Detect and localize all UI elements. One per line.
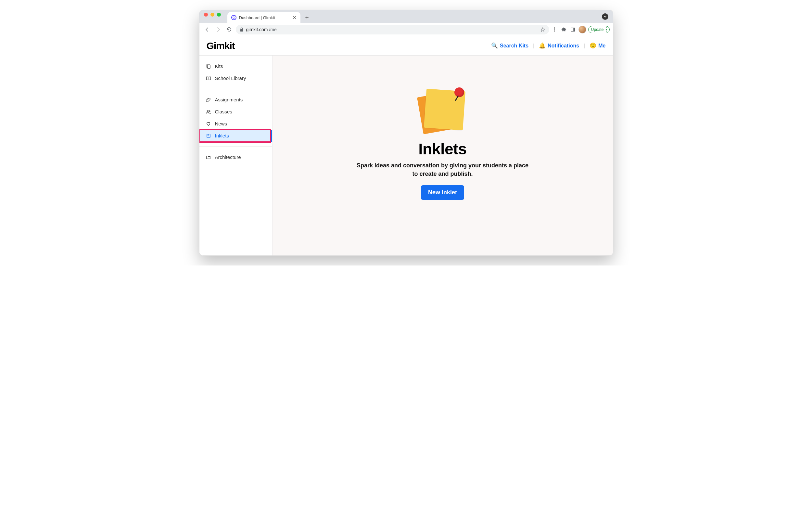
close-tab-button[interactable]: ✕ (293, 15, 297, 20)
url-bar: gimkit.com/me Update (200, 23, 613, 36)
sidebar-item-kits[interactable]: Kits (200, 60, 272, 72)
sidebar-item-label: Inklets (215, 133, 229, 138)
minimize-window-button[interactable] (211, 13, 214, 17)
panel-icon[interactable] (569, 27, 576, 32)
gimkit-favicon: G (231, 15, 236, 20)
app-header: Gimkit 🔍 Search Kits | 🔔 Notifications |… (200, 36, 613, 55)
svg-rect-0 (240, 29, 243, 31)
sidebar-item-classes[interactable]: Classes (200, 106, 272, 118)
search-kits-link[interactable]: 🔍 Search Kits (491, 42, 528, 49)
browser-tab[interactable]: G Dashboard | Gimkit ✕ (227, 12, 300, 23)
svg-rect-4 (208, 65, 210, 68)
sidebar: Kits School Library Assignments (200, 55, 273, 256)
sidebar-item-label: Assignments (215, 97, 243, 102)
sticky-note-illustration (417, 88, 469, 134)
search-icon: 🔍 (491, 42, 498, 49)
heart-icon (206, 122, 211, 126)
maximize-window-button[interactable] (217, 13, 221, 17)
folder-icon (206, 155, 211, 159)
inklet-icon (206, 134, 211, 138)
gimkit-logo[interactable]: Gimkit (207, 40, 235, 51)
back-button[interactable] (203, 25, 212, 34)
address-bar[interactable]: gimkit.com/me (236, 25, 549, 34)
tab-search-button[interactable] (602, 13, 608, 20)
sidebar-item-school-library[interactable]: School Library (200, 72, 272, 84)
page-subtitle: Spark ideas and conversation by giving y… (355, 161, 530, 178)
update-label: Update (591, 27, 604, 32)
sidebar-item-architecture[interactable]: Architecture (200, 151, 272, 163)
sidebar-item-label: News (215, 121, 227, 126)
window-controls (204, 10, 221, 23)
clip-icon (206, 97, 211, 102)
sidebar-group-3: Architecture (200, 149, 272, 165)
svg-point-6 (209, 111, 210, 112)
lock-icon (240, 27, 244, 32)
bookmark-star-icon[interactable] (540, 27, 545, 32)
main-content: Inklets Spark ideas and conversation by … (273, 55, 613, 256)
url-path: /me (269, 27, 276, 32)
sidebar-item-label: School Library (215, 75, 246, 81)
tab-title: Dashboard | Gimkit (239, 15, 275, 20)
sidebar-item-label: Classes (215, 109, 232, 114)
pushpin-icon (455, 88, 464, 97)
kits-icon (206, 64, 211, 68)
new-inklet-button[interactable]: New Inklet (421, 185, 464, 200)
separator: | (584, 43, 585, 49)
sidebar-group-2: Assignments Classes News (200, 92, 272, 144)
me-link[interactable]: 🙂 Me (589, 42, 605, 49)
app-body: Kits School Library Assignments (200, 55, 613, 256)
people-icon (206, 110, 211, 114)
notifications-label: Notifications (548, 43, 579, 49)
sidebar-item-label: Architecture (215, 154, 241, 160)
notifications-link[interactable]: 🔔 Notifications (539, 42, 579, 49)
sidebar-item-assignments[interactable]: Assignments (200, 94, 272, 106)
sidebar-item-label: Kits (215, 63, 223, 69)
reload-button[interactable] (225, 25, 234, 34)
svg-point-5 (207, 110, 208, 112)
separator: | (533, 43, 534, 49)
update-button[interactable]: Update (588, 26, 610, 33)
url-host: gimkit.com (246, 27, 268, 32)
me-label: Me (598, 43, 605, 49)
header-actions: 🔍 Search Kits | 🔔 Notifications | 🙂 Me (491, 42, 605, 49)
sidebar-divider (200, 146, 272, 147)
sidebar-item-news[interactable]: News (200, 118, 272, 130)
extension-icon-1[interactable] (551, 27, 558, 32)
sidebar-group-1: Kits School Library (200, 58, 272, 86)
smile-icon: 🙂 (589, 42, 596, 49)
sidebar-divider (200, 89, 272, 89)
chrome-menu-icon (606, 27, 607, 31)
search-kits-label: Search Kits (500, 43, 528, 49)
sidebar-item-inklets[interactable]: Inklets (200, 130, 272, 142)
profile-avatar[interactable] (578, 26, 586, 33)
library-icon (206, 76, 211, 80)
new-tab-button[interactable]: ＋ (302, 13, 311, 22)
forward-button[interactable] (214, 25, 223, 34)
svg-rect-2 (573, 28, 575, 31)
titlebar: G Dashboard | Gimkit ✕ ＋ (200, 10, 613, 23)
bell-icon: 🔔 (539, 42, 546, 49)
browser-window: G Dashboard | Gimkit ✕ ＋ gimkit.com/me (199, 10, 613, 256)
page-title: Inklets (418, 140, 467, 158)
close-window-button[interactable] (204, 13, 208, 17)
extensions-puzzle-icon[interactable] (560, 27, 567, 32)
